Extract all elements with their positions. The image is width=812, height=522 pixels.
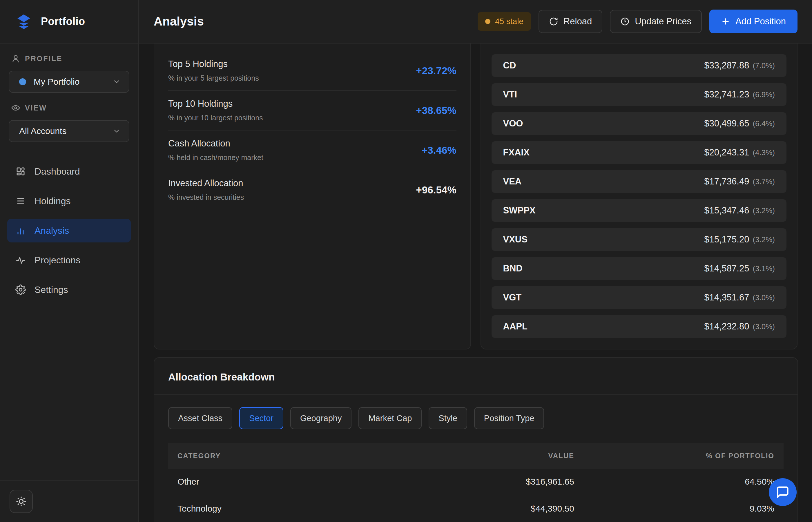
sidebar-item-label: Holdings bbox=[35, 196, 71, 206]
tab-style[interactable]: Style bbox=[429, 407, 467, 429]
holding-percent: (3.2%) bbox=[753, 206, 775, 215]
holding-value: $15,347.46 bbox=[704, 205, 749, 216]
clock-icon bbox=[620, 17, 630, 26]
activity-icon bbox=[15, 255, 26, 265]
holding-percent: (3.0%) bbox=[753, 322, 775, 331]
allocation-breakdown-card: Allocation Breakdown Asset Class Sector … bbox=[154, 357, 798, 522]
sidebar-item-projections[interactable]: Projections bbox=[7, 248, 131, 272]
value-cell: $44,390.50 bbox=[354, 504, 574, 514]
tab-position-type[interactable]: Position Type bbox=[474, 407, 544, 429]
column-header-value: VALUE bbox=[354, 452, 574, 460]
holding-percent: (7.0%) bbox=[753, 61, 775, 70]
list-icon bbox=[15, 196, 26, 206]
allocation-table: CATEGORY VALUE % OF PORTFOLIO Other $316… bbox=[168, 443, 784, 522]
metric-subtitle: % in your 5 largest positions bbox=[168, 74, 259, 82]
metric-title: Cash Allocation bbox=[168, 138, 263, 149]
holding-value: $30,499.65 bbox=[704, 118, 749, 129]
allocation-title: Allocation Breakdown bbox=[168, 371, 784, 383]
holding-value: $33,287.88 bbox=[704, 60, 749, 71]
holding-row[interactable]: VTI $32,741.23 (6.9%) bbox=[491, 83, 787, 106]
view-select[interactable]: All Accounts bbox=[9, 120, 129, 142]
metric-title: Invested Allocation bbox=[168, 178, 244, 188]
holding-value: $20,243.31 bbox=[704, 147, 749, 158]
sidebar-nav: Dashboard Holdings Analysis Projections bbox=[0, 142, 138, 302]
add-position-button[interactable]: Add Position bbox=[709, 9, 797, 33]
holding-percent: (4.3%) bbox=[753, 148, 775, 157]
holding-percent: (3.7%) bbox=[753, 177, 775, 186]
percent-cell: 64.50% bbox=[574, 477, 774, 487]
profile-label: PROFILE bbox=[9, 54, 129, 63]
tab-geography[interactable]: Geography bbox=[290, 407, 352, 429]
dashboard-grid-icon bbox=[15, 166, 26, 177]
chevron-down-icon bbox=[113, 78, 121, 86]
metric-subtitle: % held in cash/money market bbox=[168, 154, 263, 162]
holding-percent: (3.0%) bbox=[753, 293, 775, 302]
value-cell: $316,961.65 bbox=[354, 477, 574, 487]
holding-row[interactable]: BND $14,587.25 (3.1%) bbox=[491, 257, 787, 280]
sidebar-footer bbox=[0, 480, 138, 522]
metric-title: Top 5 Holdings bbox=[168, 59, 259, 69]
category-cell: Other bbox=[178, 477, 354, 487]
sidebar-item-settings[interactable]: Settings bbox=[7, 278, 131, 302]
bar-chart-icon bbox=[15, 225, 26, 236]
stale-dot-icon bbox=[485, 19, 490, 24]
profile-select[interactable]: My Portfolio bbox=[9, 71, 129, 93]
reload-button[interactable]: Reload bbox=[539, 10, 602, 33]
tab-sector[interactable]: Sector bbox=[239, 407, 283, 429]
metric-subtitle: % in your 10 largest positions bbox=[168, 114, 263, 122]
concentration-metrics-card: Top 5 Holdings % in your 5 largest posit… bbox=[154, 43, 471, 349]
holding-percent: (3.2%) bbox=[753, 235, 775, 244]
app-root: Portfolio PROFILE My Portfolio bbox=[0, 0, 812, 522]
table-row[interactable]: Technology $44,390.50 9.03% bbox=[168, 495, 784, 522]
header-actions: 45 stale Reload Update Prices Add Positi… bbox=[478, 9, 797, 33]
view-select-value: All Accounts bbox=[19, 126, 113, 136]
column-header-category: CATEGORY bbox=[178, 452, 354, 460]
metric-value: +96.54% bbox=[416, 184, 456, 196]
page-header: Analysis 45 stale Reload Update Prices bbox=[139, 0, 812, 43]
holding-ticker: BND bbox=[503, 263, 523, 274]
refresh-icon bbox=[549, 17, 558, 26]
person-icon bbox=[11, 54, 20, 63]
holding-percent: (6.9%) bbox=[753, 90, 775, 99]
view-label: VIEW bbox=[9, 103, 129, 113]
holding-ticker: VOO bbox=[503, 118, 523, 129]
metric-row: Top 5 Holdings % in your 5 largest posit… bbox=[168, 43, 456, 91]
holding-ticker: VEA bbox=[503, 176, 522, 187]
sidebar-item-dashboard[interactable]: Dashboard bbox=[7, 160, 131, 183]
holding-ticker: CD bbox=[503, 60, 516, 71]
holding-row[interactable]: CD $33,287.88 (7.0%) bbox=[491, 54, 787, 77]
update-prices-button[interactable]: Update Prices bbox=[610, 10, 702, 33]
metric-value: +23.72% bbox=[416, 65, 456, 77]
table-row[interactable]: Other $316,961.65 64.50% bbox=[168, 469, 784, 495]
allocation-tabs: Asset Class Sector Geography Market Cap … bbox=[154, 395, 797, 443]
main-content: Top 5 Holdings % in your 5 largest posit… bbox=[139, 43, 812, 522]
holding-row[interactable]: FXAIX $20,243.31 (4.3%) bbox=[491, 141, 787, 164]
sidebar-item-label: Analysis bbox=[35, 225, 69, 236]
sidebar-item-label: Projections bbox=[35, 255, 80, 266]
holding-row[interactable]: SWPPX $15,347.46 (3.2%) bbox=[491, 199, 787, 222]
sidebar-item-label: Dashboard bbox=[35, 166, 80, 177]
top-holdings-card: CD $33,287.88 (7.0%) VTI $32,741.23 (6.9… bbox=[481, 43, 797, 349]
holding-ticker: VXUS bbox=[503, 234, 528, 245]
theme-toggle-button[interactable] bbox=[9, 490, 33, 513]
chat-fab-button[interactable] bbox=[769, 478, 797, 506]
tab-asset-class[interactable]: Asset Class bbox=[168, 407, 232, 429]
holding-row[interactable]: VOO $30,499.65 (6.4%) bbox=[491, 112, 787, 135]
app-title: Portfolio bbox=[41, 15, 85, 27]
holding-ticker: VTI bbox=[503, 89, 517, 100]
metric-value: +3.46% bbox=[422, 144, 456, 156]
holding-ticker: SWPPX bbox=[503, 205, 536, 216]
metric-row: Invested Allocation % invested in securi… bbox=[168, 170, 456, 209]
sidebar: Portfolio PROFILE My Portfolio bbox=[0, 0, 139, 522]
holding-ticker: AAPL bbox=[503, 321, 528, 332]
metric-value: +38.65% bbox=[416, 105, 456, 116]
holding-row[interactable]: VEA $17,736.49 (3.7%) bbox=[491, 170, 787, 193]
plus-icon bbox=[721, 17, 730, 26]
tab-market-cap[interactable]: Market Cap bbox=[359, 407, 422, 429]
holding-row[interactable]: AAPL $14,232.80 (3.0%) bbox=[491, 315, 787, 338]
holding-row[interactable]: VGT $14,351.67 (3.0%) bbox=[491, 286, 787, 309]
percent-cell: 9.03% bbox=[574, 504, 774, 514]
sidebar-item-analysis[interactable]: Analysis bbox=[7, 219, 131, 242]
holding-row[interactable]: VXUS $15,175.20 (3.2%) bbox=[491, 228, 787, 251]
sidebar-item-holdings[interactable]: Holdings bbox=[7, 189, 131, 213]
